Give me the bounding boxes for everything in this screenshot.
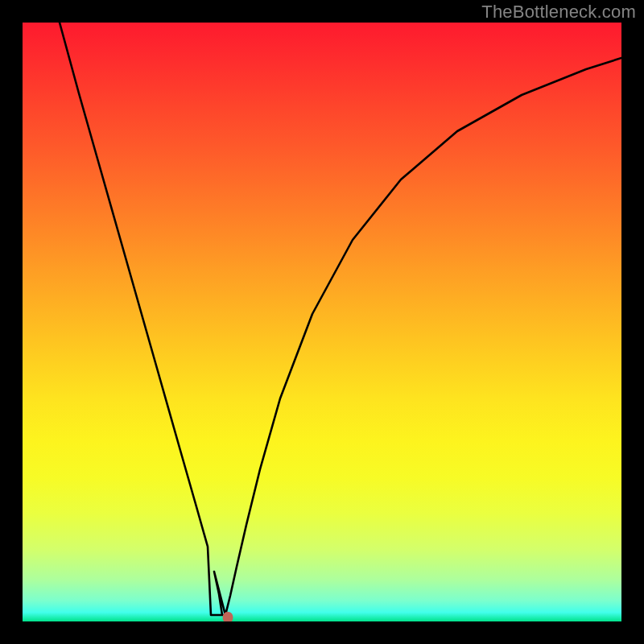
curve-path bbox=[60, 23, 621, 615]
watermark-text: TheBottleneck.com bbox=[481, 2, 636, 23]
plot-area bbox=[23, 23, 621, 621]
optimum-marker-dot bbox=[223, 612, 233, 621]
bottleneck-curve bbox=[23, 23, 621, 621]
chart-frame: TheBottleneck.com bbox=[0, 0, 644, 644]
